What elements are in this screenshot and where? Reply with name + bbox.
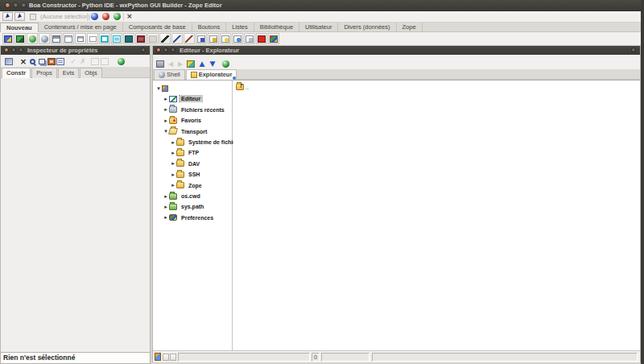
inspector-button[interactable]: [91, 13, 98, 22]
copy-button[interactable]: [90, 56, 100, 66]
paste-button[interactable]: [100, 56, 109, 66]
palette-item-setup[interactable]: [39, 33, 50, 44]
palette-item-cpp-editor[interactable]: [135, 33, 147, 44]
inspector-shade-button[interactable]: [141, 48, 146, 52]
tree-item-ftp[interactable]: ▸FTP: [170, 147, 200, 158]
inspector-tab-evts[interactable]: Evts: [58, 68, 80, 78]
palette-item-doc-python[interactable]: [196, 33, 207, 44]
pointer-sticky-button[interactable]: [14, 12, 25, 21]
help-button[interactable]: [116, 56, 126, 66]
tree-item-sys.path[interactable]: ▸sys.path: [163, 201, 205, 212]
list-item-up[interactable]: ..: [236, 84, 249, 90]
close-button[interactable]: [5, 2, 10, 8]
help-button[interactable]: [114, 13, 121, 22]
palette-tab-listes[interactable]: Listes: [226, 23, 254, 32]
inspector-maximize-button[interactable]: [19, 48, 23, 52]
notes-button[interactable]: [56, 56, 65, 66]
palette-item-doc-plain[interactable]: [244, 33, 255, 44]
palette-item-doc-config[interactable]: [208, 33, 219, 44]
editor-shade-button[interactable]: [631, 48, 636, 52]
expander-closed-icon[interactable]: ▸: [170, 150, 176, 156]
inspector-minimize-button[interactable]: [11, 48, 16, 52]
minimize-button[interactable]: [13, 2, 19, 8]
palette-item-stop[interactable]: [256, 33, 267, 44]
editor-button[interactable]: [102, 13, 109, 22]
status-mini-button-1[interactable]: [163, 354, 169, 361]
expander-closed-icon[interactable]: ▸: [163, 118, 169, 124]
confirm-button[interactable]: [68, 56, 78, 66]
forward-button[interactable]: [175, 59, 185, 68]
expander-closed-icon[interactable]: ▸: [163, 214, 169, 221]
palette-item-blank[interactable]: [147, 33, 159, 44]
inspector-tab-constr[interactable]: Constr: [2, 68, 31, 78]
expander-closed-icon[interactable]: ▸: [170, 160, 176, 167]
palette-tab-zope[interactable]: Zope: [397, 23, 423, 32]
inspector-close-button[interactable]: [4, 48, 9, 52]
selection-checkbox[interactable]: [30, 14, 36, 20]
palette-item-pencil-black[interactable]: [159, 33, 171, 44]
inspector-tab-props[interactable]: Props: [31, 68, 57, 78]
expander-closed-icon[interactable]: ▸: [170, 139, 176, 146]
palette-item-mdi-child[interactable]: [111, 33, 122, 44]
move-up-button[interactable]: [197, 59, 207, 68]
palette-item-pencil-blue[interactable]: [171, 33, 183, 44]
bookmarks-button[interactable]: [186, 59, 196, 68]
expander-closed-icon[interactable]: ▸: [163, 106, 169, 113]
back-button[interactable]: [166, 59, 175, 68]
find-button[interactable]: [27, 56, 37, 66]
tree-item-syst-me-de-fichiers[interactable]: ▸Système de fichiers: [170, 137, 243, 147]
palette-item-panel[interactable]: [87, 33, 98, 44]
tree-item-root[interactable]: ▾: [155, 83, 171, 93]
palette-tab-divers-donn-es-[interactable]: Divers (données): [338, 23, 396, 32]
expander-closed-icon[interactable]: ▸: [163, 96, 169, 102]
inspector-tab-objs[interactable]: Objs: [80, 68, 101, 78]
palette-item-frame[interactable]: [51, 33, 62, 44]
palette-item-python-app[interactable]: [2, 33, 14, 44]
palette-tab-utilisateur[interactable]: Utilisateur: [299, 23, 338, 32]
expander-closed-icon[interactable]: ▸: [163, 193, 169, 200]
palette-tab-biblioth-que[interactable]: Bibliothèque: [254, 23, 299, 32]
pointer-select-button[interactable]: [2, 12, 13, 21]
help-button[interactable]: [221, 59, 230, 68]
close-view-button[interactable]: ×: [126, 12, 133, 20]
editor-close-button[interactable]: [156, 48, 161, 52]
expander-closed-icon[interactable]: ▸: [170, 172, 176, 178]
palette-tab-boutons[interactable]: Boutons: [192, 23, 227, 32]
tree-item-pr-f-rences[interactable]: ▸Préférences: [163, 213, 215, 223]
palette-item-palette-misc[interactable]: [268, 33, 279, 44]
tree-item-ssh[interactable]: ▸SSH: [170, 169, 201, 180]
palette-item-dialog[interactable]: [63, 33, 74, 44]
palette-item-package[interactable]: [27, 33, 38, 44]
maximize-button[interactable]: [21, 2, 27, 8]
editor-tab-shell[interactable]: Shell: [154, 69, 185, 80]
editor-maximize-button[interactable]: [171, 48, 175, 52]
palette-item-mdi-parent[interactable]: [99, 33, 110, 44]
palette-item-doc-bookmark[interactable]: [220, 33, 231, 44]
palette-item-pencil-red[interactable]: [184, 33, 195, 44]
open-button[interactable]: [155, 59, 165, 68]
palette-item-mini-frame[interactable]: [75, 33, 86, 44]
image-button[interactable]: [4, 56, 14, 66]
palette-tab-composants-de-base[interactable]: Composants de base: [123, 23, 192, 32]
editor-tab-explorateur[interactable]: Explorateur: [186, 69, 237, 80]
palette-item-doc-internet[interactable]: [232, 33, 243, 44]
tree-item-os.cwd[interactable]: ▸os.cwd: [163, 191, 202, 201]
palette-item-python-module[interactable]: [14, 33, 26, 44]
palette-item-text-editor[interactable]: [123, 33, 134, 44]
palette-tab-nouveau[interactable]: Nouveau: [0, 23, 39, 32]
status-mini-button-2[interactable]: [170, 354, 176, 361]
editor-minimize-button[interactable]: [163, 48, 168, 52]
expander-open-icon[interactable]: ▾: [155, 85, 162, 92]
tree-item-editeur[interactable]: ▸Editeur: [163, 93, 202, 104]
expander-closed-icon[interactable]: ▸: [170, 182, 176, 188]
tree-item-dav[interactable]: ▸DAV: [170, 159, 201, 169]
tree-item-favoris[interactable]: ▸Favoris: [163, 115, 203, 126]
tree-item-fichiers-r-cents[interactable]: ▸Fichiers récents: [163, 105, 226, 115]
cancel-button[interactable]: [78, 56, 88, 66]
windows-button[interactable]: [37, 56, 47, 66]
palette-tab-conteneurs-mise-en-page[interactable]: Conteneurs / mise en page: [39, 23, 123, 32]
move-down-button[interactable]: [208, 59, 217, 68]
tree-item-zope[interactable]: ▸Zope: [170, 180, 204, 191]
tree-item-transport[interactable]: ▾Transport: [163, 126, 208, 137]
expander-closed-icon[interactable]: ▸: [163, 204, 169, 210]
